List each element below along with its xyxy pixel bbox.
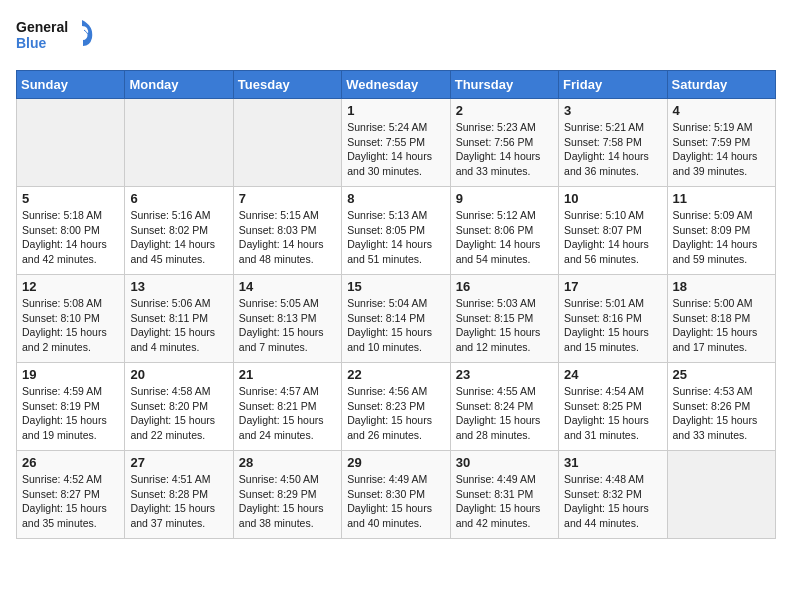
- calendar-cell: 3Sunrise: 5:21 AM Sunset: 7:58 PM Daylig…: [559, 99, 667, 187]
- calendar-cell: 6Sunrise: 5:16 AM Sunset: 8:02 PM Daylig…: [125, 187, 233, 275]
- day-number: 27: [130, 455, 227, 470]
- day-info: Sunrise: 5:05 AM Sunset: 8:13 PM Dayligh…: [239, 296, 336, 355]
- svg-text:General: General: [16, 19, 68, 35]
- day-number: 7: [239, 191, 336, 206]
- day-number: 14: [239, 279, 336, 294]
- day-info: Sunrise: 4:53 AM Sunset: 8:26 PM Dayligh…: [673, 384, 770, 443]
- day-info: Sunrise: 4:59 AM Sunset: 8:19 PM Dayligh…: [22, 384, 119, 443]
- calendar-cell: 20Sunrise: 4:58 AM Sunset: 8:20 PM Dayli…: [125, 363, 233, 451]
- day-number: 31: [564, 455, 661, 470]
- day-info: Sunrise: 5:06 AM Sunset: 8:11 PM Dayligh…: [130, 296, 227, 355]
- day-number: 18: [673, 279, 770, 294]
- day-info: Sunrise: 5:19 AM Sunset: 7:59 PM Dayligh…: [673, 120, 770, 179]
- day-info: Sunrise: 5:24 AM Sunset: 7:55 PM Dayligh…: [347, 120, 444, 179]
- day-number: 9: [456, 191, 553, 206]
- calendar-cell: 7Sunrise: 5:15 AM Sunset: 8:03 PM Daylig…: [233, 187, 341, 275]
- day-number: 8: [347, 191, 444, 206]
- calendar-cell: 4Sunrise: 5:19 AM Sunset: 7:59 PM Daylig…: [667, 99, 775, 187]
- calendar-cell: 15Sunrise: 5:04 AM Sunset: 8:14 PM Dayli…: [342, 275, 450, 363]
- day-number: 10: [564, 191, 661, 206]
- weekday-header-sunday: Sunday: [17, 71, 125, 99]
- calendar-cell: 10Sunrise: 5:10 AM Sunset: 8:07 PM Dayli…: [559, 187, 667, 275]
- day-info: Sunrise: 5:03 AM Sunset: 8:15 PM Dayligh…: [456, 296, 553, 355]
- svg-text:Blue: Blue: [16, 35, 47, 51]
- day-info: Sunrise: 4:54 AM Sunset: 8:25 PM Dayligh…: [564, 384, 661, 443]
- day-info: Sunrise: 5:01 AM Sunset: 8:16 PM Dayligh…: [564, 296, 661, 355]
- day-info: Sunrise: 5:16 AM Sunset: 8:02 PM Dayligh…: [130, 208, 227, 267]
- day-info: Sunrise: 4:49 AM Sunset: 8:30 PM Dayligh…: [347, 472, 444, 531]
- calendar-cell: 9Sunrise: 5:12 AM Sunset: 8:06 PM Daylig…: [450, 187, 558, 275]
- calendar-cell: [667, 451, 775, 539]
- calendar-cell: 5Sunrise: 5:18 AM Sunset: 8:00 PM Daylig…: [17, 187, 125, 275]
- day-info: Sunrise: 4:50 AM Sunset: 8:29 PM Dayligh…: [239, 472, 336, 531]
- day-number: 21: [239, 367, 336, 382]
- day-info: Sunrise: 5:10 AM Sunset: 8:07 PM Dayligh…: [564, 208, 661, 267]
- calendar-cell: 26Sunrise: 4:52 AM Sunset: 8:27 PM Dayli…: [17, 451, 125, 539]
- calendar-cell: 28Sunrise: 4:50 AM Sunset: 8:29 PM Dayli…: [233, 451, 341, 539]
- day-info: Sunrise: 5:13 AM Sunset: 8:05 PM Dayligh…: [347, 208, 444, 267]
- day-info: Sunrise: 4:58 AM Sunset: 8:20 PM Dayligh…: [130, 384, 227, 443]
- weekday-header-monday: Monday: [125, 71, 233, 99]
- page-header: General Blue: [16, 16, 776, 58]
- weekday-header-friday: Friday: [559, 71, 667, 99]
- day-info: Sunrise: 5:23 AM Sunset: 7:56 PM Dayligh…: [456, 120, 553, 179]
- day-info: Sunrise: 4:51 AM Sunset: 8:28 PM Dayligh…: [130, 472, 227, 531]
- calendar-week-2: 5Sunrise: 5:18 AM Sunset: 8:00 PM Daylig…: [17, 187, 776, 275]
- weekday-header-row: SundayMondayTuesdayWednesdayThursdayFrid…: [17, 71, 776, 99]
- day-info: Sunrise: 5:04 AM Sunset: 8:14 PM Dayligh…: [347, 296, 444, 355]
- day-info: Sunrise: 4:52 AM Sunset: 8:27 PM Dayligh…: [22, 472, 119, 531]
- day-info: Sunrise: 5:21 AM Sunset: 7:58 PM Dayligh…: [564, 120, 661, 179]
- day-number: 13: [130, 279, 227, 294]
- calendar-cell: 30Sunrise: 4:49 AM Sunset: 8:31 PM Dayli…: [450, 451, 558, 539]
- day-number: 19: [22, 367, 119, 382]
- day-info: Sunrise: 5:12 AM Sunset: 8:06 PM Dayligh…: [456, 208, 553, 267]
- calendar-cell: [125, 99, 233, 187]
- day-number: 15: [347, 279, 444, 294]
- day-info: Sunrise: 5:15 AM Sunset: 8:03 PM Dayligh…: [239, 208, 336, 267]
- day-info: Sunrise: 5:08 AM Sunset: 8:10 PM Dayligh…: [22, 296, 119, 355]
- day-number: 25: [673, 367, 770, 382]
- day-number: 30: [456, 455, 553, 470]
- calendar-week-4: 19Sunrise: 4:59 AM Sunset: 8:19 PM Dayli…: [17, 363, 776, 451]
- day-info: Sunrise: 4:56 AM Sunset: 8:23 PM Dayligh…: [347, 384, 444, 443]
- calendar-cell: 17Sunrise: 5:01 AM Sunset: 8:16 PM Dayli…: [559, 275, 667, 363]
- calendar-cell: 24Sunrise: 4:54 AM Sunset: 8:25 PM Dayli…: [559, 363, 667, 451]
- calendar-table: SundayMondayTuesdayWednesdayThursdayFrid…: [16, 70, 776, 539]
- day-number: 16: [456, 279, 553, 294]
- calendar-cell: 23Sunrise: 4:55 AM Sunset: 8:24 PM Dayli…: [450, 363, 558, 451]
- calendar-cell: 31Sunrise: 4:48 AM Sunset: 8:32 PM Dayli…: [559, 451, 667, 539]
- day-info: Sunrise: 5:09 AM Sunset: 8:09 PM Dayligh…: [673, 208, 770, 267]
- calendar-cell: 22Sunrise: 4:56 AM Sunset: 8:23 PM Dayli…: [342, 363, 450, 451]
- calendar-cell: 18Sunrise: 5:00 AM Sunset: 8:18 PM Dayli…: [667, 275, 775, 363]
- day-number: 5: [22, 191, 119, 206]
- calendar-cell: 1Sunrise: 5:24 AM Sunset: 7:55 PM Daylig…: [342, 99, 450, 187]
- day-number: 12: [22, 279, 119, 294]
- day-number: 29: [347, 455, 444, 470]
- day-info: Sunrise: 4:49 AM Sunset: 8:31 PM Dayligh…: [456, 472, 553, 531]
- day-number: 3: [564, 103, 661, 118]
- day-number: 17: [564, 279, 661, 294]
- day-info: Sunrise: 4:57 AM Sunset: 8:21 PM Dayligh…: [239, 384, 336, 443]
- calendar-cell: [233, 99, 341, 187]
- weekday-header-tuesday: Tuesday: [233, 71, 341, 99]
- calendar-cell: 13Sunrise: 5:06 AM Sunset: 8:11 PM Dayli…: [125, 275, 233, 363]
- weekday-header-thursday: Thursday: [450, 71, 558, 99]
- day-number: 1: [347, 103, 444, 118]
- calendar-cell: 11Sunrise: 5:09 AM Sunset: 8:09 PM Dayli…: [667, 187, 775, 275]
- day-number: 23: [456, 367, 553, 382]
- day-info: Sunrise: 5:18 AM Sunset: 8:00 PM Dayligh…: [22, 208, 119, 267]
- day-number: 20: [130, 367, 227, 382]
- day-number: 2: [456, 103, 553, 118]
- calendar-cell: 16Sunrise: 5:03 AM Sunset: 8:15 PM Dayli…: [450, 275, 558, 363]
- calendar-cell: 27Sunrise: 4:51 AM Sunset: 8:28 PM Dayli…: [125, 451, 233, 539]
- calendar-cell: 21Sunrise: 4:57 AM Sunset: 8:21 PM Dayli…: [233, 363, 341, 451]
- calendar-week-3: 12Sunrise: 5:08 AM Sunset: 8:10 PM Dayli…: [17, 275, 776, 363]
- day-info: Sunrise: 4:55 AM Sunset: 8:24 PM Dayligh…: [456, 384, 553, 443]
- day-number: 26: [22, 455, 119, 470]
- logo-icon: General Blue: [16, 16, 96, 58]
- calendar-cell: [17, 99, 125, 187]
- calendar-cell: 19Sunrise: 4:59 AM Sunset: 8:19 PM Dayli…: [17, 363, 125, 451]
- calendar-cell: 29Sunrise: 4:49 AM Sunset: 8:30 PM Dayli…: [342, 451, 450, 539]
- day-number: 28: [239, 455, 336, 470]
- day-number: 11: [673, 191, 770, 206]
